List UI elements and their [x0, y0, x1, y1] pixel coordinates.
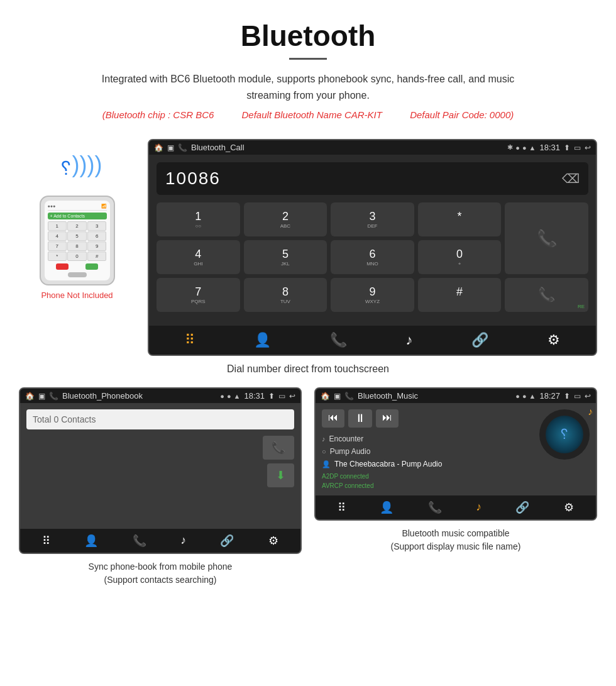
pb-back-icon: ↩ [289, 392, 295, 401]
key-0[interactable]: 0+ [418, 240, 502, 274]
phone-key-3: 3 [87, 221, 107, 231]
status-icons: ✱ ● ● ▲ [507, 143, 536, 152]
recall-button[interactable]: 📞RE [505, 278, 588, 312]
key-6[interactable]: 6MNO [331, 240, 414, 274]
music-note-icon: ♪ [588, 406, 593, 418]
music-nav-settings[interactable]: ⚙ [564, 501, 574, 514]
music-nav-music[interactable]: ♪ [476, 501, 481, 514]
key-5[interactable]: 5JKL [244, 240, 327, 274]
phone-bottom [48, 263, 107, 270]
spec-chip: (Bluetooth chip : CSR BC6 [102, 109, 214, 120]
key-3[interactable]: 3DEF [331, 202, 414, 236]
prev-track-btn[interactable]: ⏮ [322, 409, 344, 428]
pb-btn-group: 📞 ⬇ [26, 436, 294, 487]
dialer-body: 10086 ⌫ 1○○ 2ABC 3DEF * 📞 [149, 155, 596, 319]
page-header: Bluetooth Integrated with BC6 Bluetooth … [0, 0, 616, 126]
home-icon: 🏠 [154, 143, 163, 152]
pb-download-btn[interactable]: ⬇ [267, 463, 294, 487]
key-8[interactable]: 8TUV [244, 278, 327, 312]
nav-settings-icon[interactable]: ⚙ [547, 332, 560, 348]
call-car-screen: 🏠 ▣ 📞 Bluetooth_Call ✱ ● ● ▲ 18:31 ⬆ ▭ ↩… [148, 139, 597, 356]
phone-home-btn [68, 272, 87, 277]
nav-call-icon[interactable]: 📞 [330, 332, 347, 348]
music-caption-line2: (Support display music file name) [314, 540, 597, 553]
music-nav-link[interactable]: 🔗 [515, 501, 529, 514]
call-button[interactable]: 📞 [505, 202, 588, 274]
signal-dot1: ● [515, 144, 520, 152]
spec-name: Default Bluetooth Name CAR-KIT [242, 109, 382, 120]
track-3-name: The Cheebacabra - Pump Audio [334, 460, 442, 468]
keypad-grid: 1○○ 2ABC 3DEF * 📞 4GHI 5JKL [157, 202, 588, 312]
music-statusbar: 🏠 ▣ 📞 Bluetooth_Music ● ● ▲ 18:27 ⬆ ▭ ↩ [316, 389, 596, 403]
phone-key-8: 8 [67, 241, 87, 251]
bt-status-icon: ✱ [507, 143, 513, 152]
pb-nav-dialpad[interactable]: ⠿ [42, 534, 50, 548]
phone-key-star: * [48, 252, 67, 261]
nav-music-icon[interactable]: ♪ [405, 332, 412, 348]
key-star[interactable]: * [418, 202, 502, 236]
nav-link-icon[interactable]: 🔗 [471, 332, 488, 348]
pb-call-btn[interactable]: 📞 [263, 436, 294, 460]
pb-nav-settings[interactable]: ⚙ [268, 534, 278, 548]
pb-home-icon: 🏠 [25, 392, 35, 401]
pb-nav: ⠿ 👤 📞 ♪ 🔗 ⚙ [20, 529, 300, 553]
phone-key-1: 1 [48, 221, 67, 231]
pb-window-icon: ▭ [278, 392, 285, 401]
main-section: )))) ␦ ●●●📶 + Add to Contacts 1 2 3 4 5 … [0, 126, 616, 356]
call-app-title: Bluetooth_Call [191, 143, 503, 152]
music-nav-dialpad[interactable]: ⠿ [338, 501, 346, 514]
pb-nav-music[interactable]: ♪ [180, 534, 186, 548]
track-2-icon: ○ [322, 448, 326, 455]
call-time: 18:31 [539, 143, 560, 152]
phone-side: )))) ␦ ●●●📶 + Add to Contacts 1 2 3 4 5 … [19, 139, 135, 300]
track-1-name: Encounter [329, 434, 364, 443]
key-9[interactable]: 9WXYZ [331, 278, 414, 312]
dialer-number: 10086 [165, 169, 221, 189]
bluetooth-icon: ␦ [58, 158, 74, 180]
title-underline [289, 58, 327, 60]
add-contact-btn: + Add to Contacts [48, 213, 107, 219]
music-info: ⏮ ⏸ ⏭ ♪ Encounter ○ Pump Audio 👤 The [322, 409, 533, 489]
call-caption: Dial number direct from touchscreen [0, 356, 616, 387]
spec-code: Default Pair Code: 0000) [410, 109, 514, 120]
pb-search-placeholder: Total 0 Contacts [33, 414, 96, 424]
pb-nav-call[interactable]: 📞 [133, 534, 146, 548]
music-nav-call[interactable]: 📞 [428, 501, 442, 514]
music-car-screen: 🏠 ▣ 📞 Bluetooth_Music ● ● ▲ 18:27 ⬆ ▭ ↩ … [314, 387, 597, 521]
a2dp-status: A2DP connected [322, 473, 533, 480]
phone-key-4: 4 [48, 231, 67, 241]
music-controls: ⏮ ⏸ ⏭ [322, 409, 533, 428]
pb-bt-icon: ● [220, 392, 224, 400]
pb-caption-line2: (Support contacts searching) [19, 573, 302, 587]
pb-status-icons: ● ● ▲ [220, 392, 240, 400]
notification-icon: ▣ [167, 143, 174, 152]
music-nav-contacts[interactable]: 👤 [380, 501, 393, 514]
pb-notif-icon: ▣ [38, 392, 45, 401]
next-track-btn[interactable]: ⏭ [376, 409, 399, 428]
backspace-icon[interactable]: ⌫ [562, 171, 580, 186]
phonebook-item: 🏠 ▣ 📞 Bluetooth_Phonebook ● ● ▲ 18:31 ⬆ … [19, 387, 302, 587]
dialer-nav: ⠿ 👤 📞 ♪ 🔗 ⚙ [149, 326, 596, 355]
pb-search-box[interactable]: Total 0 Contacts [26, 409, 294, 429]
signal-dot2: ● [522, 144, 527, 152]
play-pause-btn[interactable]: ⏸ [348, 409, 372, 428]
key-7[interactable]: 7PQRS [157, 278, 240, 312]
key-1[interactable]: 1○○ [157, 202, 240, 236]
music-back-icon: ↩ [585, 392, 591, 401]
pb-nav-link[interactable]: 🔗 [220, 534, 234, 548]
window-icon: ▭ [574, 143, 581, 152]
key-4[interactable]: 4GHI [157, 240, 240, 274]
pb-caption: Sync phone-book from mobile phone (Suppo… [19, 560, 302, 587]
key-hash[interactable]: # [418, 278, 502, 312]
nav-contacts-icon[interactable]: 👤 [254, 332, 271, 348]
bottom-section: 🏠 ▣ 📞 Bluetooth_Phonebook ● ● ▲ 18:31 ⬆ … [0, 387, 616, 606]
key-2[interactable]: 2ABC [244, 202, 327, 236]
phone-key-9: 9 [87, 241, 107, 251]
nav-dialpad-icon[interactable]: ⠿ [185, 332, 195, 348]
pb-nav-contacts[interactable]: 👤 [84, 534, 98, 548]
phone-not-included-label: Phone Not Included [41, 290, 113, 300]
pb-app-title: Bluetooth_Phonebook [62, 391, 216, 401]
phone-call-btn [85, 263, 98, 270]
track-2: ○ Pump Audio [322, 445, 533, 458]
bt-album-icon: ␦ [559, 426, 570, 443]
